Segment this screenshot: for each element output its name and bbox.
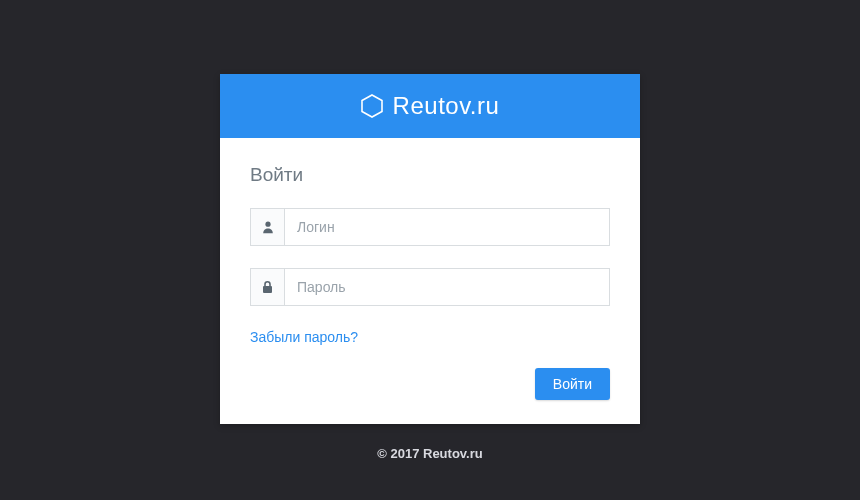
lock-icon [251,269,285,305]
login-input[interactable] [285,209,609,245]
submit-button[interactable]: Войти [535,368,610,400]
card-body: Войти Забыли пароль? Войти [220,138,640,424]
svg-rect-2 [263,286,272,293]
password-field [250,268,610,306]
card-header: Reutov.ru [220,74,640,138]
site-name: Reutov.ru [393,92,500,120]
login-card: Reutov.ru Войти Забыли пароль? [220,74,640,424]
form-actions: Войти [250,368,610,400]
svg-point-1 [265,222,270,227]
hexagon-icon [361,94,383,118]
login-field [250,208,610,246]
user-icon [251,209,285,245]
password-input[interactable] [285,269,609,305]
svg-marker-0 [362,95,382,117]
form-title: Войти [250,164,610,186]
forgot-password-link[interactable]: Забыли пароль? [250,329,358,345]
footer-copyright: © 2017 Reutov.ru [0,446,860,461]
